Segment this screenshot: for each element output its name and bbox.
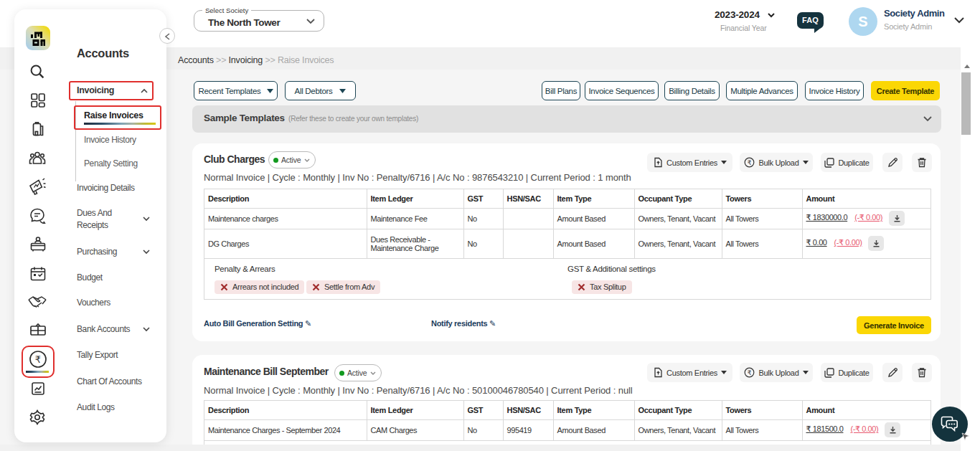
svg-text:₹: ₹ xyxy=(748,159,752,166)
svg-text:₹: ₹ xyxy=(748,369,752,376)
